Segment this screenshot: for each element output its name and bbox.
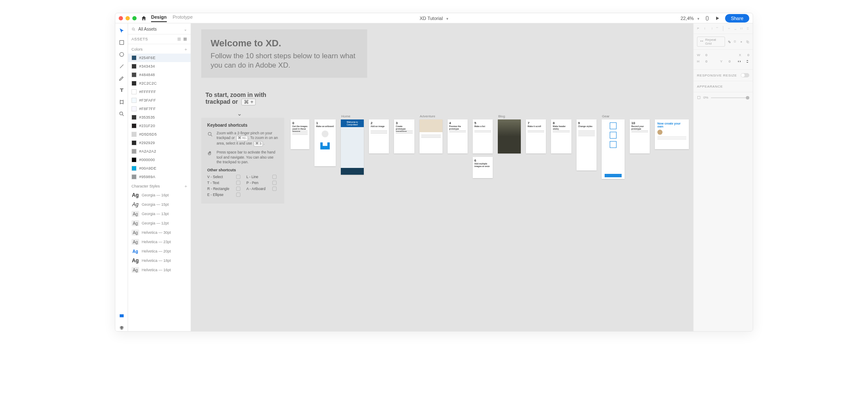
color-swatch-row[interactable]: #343434 <box>128 62 191 71</box>
menubar: Design Prototype XD Tutorial ▾ 22,4% ▾ S… <box>115 13 753 23</box>
chevron-down-icon: ▾ <box>697 17 700 21</box>
color-swatch-row[interactable]: #353535 <box>128 113 191 122</box>
char-style-row[interactable]: AgGeorgia — 16pt <box>128 190 191 200</box>
document-title[interactable]: XD Tutorial ▾ <box>420 16 448 21</box>
assets-panel: All Assets ⌄ ASSETS Colors + #254F6E#343… <box>128 23 191 331</box>
chevron-down-icon: ⌄ <box>237 110 242 117</box>
opacity-value[interactable]: 0% <box>703 96 708 99</box>
align-center-h-icon[interactable] <box>703 26 706 31</box>
color-swatch-row[interactable]: #231F20 <box>128 122 191 130</box>
char-style-row[interactable]: AgHelvetica — 16pt <box>128 265 191 275</box>
x-value[interactable]: 0 <box>748 53 749 57</box>
assets-panel-icon[interactable] <box>119 313 125 319</box>
color-swatch-row[interactable]: #FFFFFF <box>128 88 191 96</box>
start-instruction: To start, zoom in with trackpad or ⌘ + <box>206 91 266 105</box>
distribute-h-icon[interactable] <box>740 26 743 31</box>
align-right-icon[interactable] <box>710 26 713 31</box>
assets-search[interactable]: All Assets ⌄ <box>128 23 191 34</box>
list-view-icon[interactable] <box>177 37 181 41</box>
color-swatch-row[interactable]: #00A9DE <box>128 164 191 173</box>
opacity-slider[interactable] <box>711 97 749 98</box>
step-6-artboard[interactable]: 6Add multiple images at once <box>473 157 493 178</box>
step-10-artboard[interactable]: 10Record your prototype <box>630 119 650 153</box>
char-style-row[interactable]: AgHelvetica — 23pt <box>128 237 191 247</box>
color-swatch-row[interactable]: #484848 <box>128 71 191 79</box>
color-swatch-row[interactable]: #254F6E <box>128 54 191 62</box>
boolean-exclude-icon[interactable] <box>746 40 749 44</box>
char-style-row[interactable]: AgHelvetica — 18pt <box>128 256 191 265</box>
step-7-artboard[interactable]: 7Make it scroll <box>526 119 546 153</box>
share-button[interactable]: Share <box>725 14 749 23</box>
color-swatch-row[interactable]: #A2A2A2 <box>128 147 191 156</box>
color-swatch-row[interactable]: #F8F7FF <box>128 105 191 113</box>
grid-view-icon[interactable] <box>183 37 187 41</box>
properties-panel: Repeat Grid W0X0 H0Y0 RESPONSIVE RESIZE … <box>693 23 753 331</box>
color-swatch-row[interactable]: #D5D5D5 <box>128 130 191 139</box>
play-icon[interactable] <box>715 16 720 21</box>
boolean-subtract-icon[interactable] <box>734 40 737 44</box>
align-left-icon[interactable] <box>697 26 700 31</box>
align-bottom-icon[interactable] <box>734 26 737 31</box>
char-style-row[interactable]: AgHelvetica — 20pt <box>128 247 191 256</box>
close-window-icon[interactable] <box>119 16 123 20</box>
device-preview-icon[interactable] <box>705 16 710 21</box>
align-top-icon[interactable] <box>716 26 719 31</box>
add-color-icon[interactable]: + <box>185 47 187 52</box>
text-tool-icon[interactable] <box>119 87 125 93</box>
pen-tool-icon[interactable] <box>119 75 125 81</box>
step-3-artboard[interactable]: 3Create prototype transitions <box>394 119 414 153</box>
height-value[interactable]: 0 <box>705 60 707 63</box>
tab-prototype[interactable]: Prototype <box>173 14 193 22</box>
adventure-artboard[interactable] <box>420 119 443 153</box>
color-swatch-row[interactable]: #000000 <box>128 156 191 164</box>
boolean-intersect-icon[interactable] <box>740 40 743 44</box>
char-style-row[interactable]: AgGeorgia — 13pt <box>128 209 191 219</box>
color-swatch-row[interactable]: #2C2C2C <box>128 79 191 88</box>
layers-panel-icon[interactable] <box>119 325 125 331</box>
zoom-tool-icon[interactable] <box>119 111 125 117</box>
canvas[interactable]: Welcome to XD. Follow the 10 short steps… <box>191 23 693 331</box>
step-1-artboard[interactable]: 1 Make an artboard ▙▟ <box>314 119 336 166</box>
step-9-artboard[interactable]: 9Change styles <box>577 119 597 170</box>
maximize-window-icon[interactable] <box>132 16 137 20</box>
zoom-level[interactable]: 22,4% ▾ <box>680 16 699 21</box>
ellipse-tool-icon[interactable] <box>119 51 125 57</box>
distribute-v-icon[interactable] <box>746 26 749 31</box>
char-style-preview: Ag <box>131 258 139 264</box>
color-swatch-row[interactable]: #95989A <box>128 173 191 181</box>
add-char-style-icon[interactable]: + <box>185 184 187 189</box>
responsive-toggle[interactable] <box>741 73 749 77</box>
char-style-row[interactable]: AgGeorgia — 15pt <box>128 200 191 209</box>
select-tool-icon[interactable] <box>119 28 125 34</box>
repeat-grid-button[interactable]: Repeat Grid <box>697 37 725 47</box>
y-value[interactable]: 0 <box>729 60 731 63</box>
gear-artboard[interactable] <box>602 119 625 179</box>
boolean-add-icon[interactable] <box>728 40 731 44</box>
char-style-label: Helvetica — 18pt <box>142 258 171 263</box>
blog-artboard[interactable] <box>498 119 521 153</box>
char-style-row[interactable]: AgGeorgia — 12pt <box>128 219 191 228</box>
char-style-row[interactable]: AgHelvetica — 30pt <box>128 228 191 237</box>
step-5-artboard[interactable]: 5Make a list <box>473 119 493 153</box>
step-4-artboard[interactable]: 4Preview the prototype <box>448 119 468 153</box>
now-create-artboard[interactable]: Now create your own <box>655 119 689 149</box>
rectangle-tool-icon[interactable] <box>119 40 125 45</box>
artboard-tool-icon[interactable] <box>119 99 125 105</box>
align-middle-icon[interactable] <box>728 26 731 31</box>
color-swatch-row[interactable]: #292929 <box>128 139 191 147</box>
flip-h-icon[interactable] <box>737 60 741 63</box>
step-0-artboard[interactable]: 0 Get the images used in these lessons <box>291 119 309 149</box>
minimize-window-icon[interactable] <box>126 16 130 20</box>
tab-design[interactable]: Design <box>151 14 167 22</box>
home-artboard[interactable]: Welcome to Campvibes! <box>341 119 364 175</box>
step-2-artboard[interactable]: 2Add an image <box>369 119 389 153</box>
step-8-artboard[interactable]: 8Make header sticky <box>551 119 571 153</box>
color-swatch <box>131 55 137 60</box>
svg-rect-17 <box>184 39 185 40</box>
width-value[interactable]: 0 <box>705 53 707 57</box>
flip-v-icon[interactable] <box>745 60 749 63</box>
svg-rect-4 <box>120 101 123 104</box>
line-tool-icon[interactable] <box>119 63 125 69</box>
color-swatch-row[interactable]: #F3FAFF <box>128 96 191 105</box>
home-icon[interactable] <box>141 15 147 21</box>
